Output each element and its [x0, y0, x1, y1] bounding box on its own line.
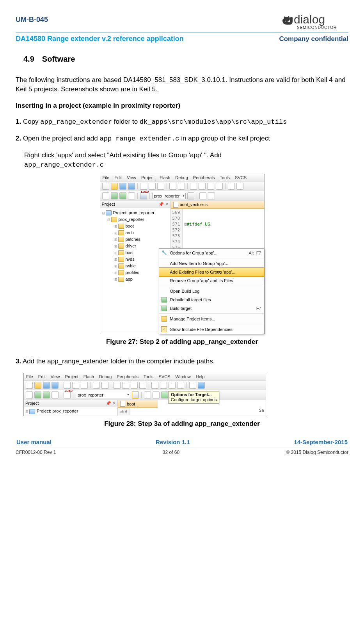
- tree-folder[interactable]: profiles: [126, 270, 139, 275]
- tree-folder[interactable]: rwble: [126, 263, 136, 268]
- ctx-item[interactable]: Add Existing Files to Group 'app'...↖: [159, 267, 264, 277]
- step2-sub-code: app_range_extender.c: [24, 161, 104, 169]
- bookmark-prev-icon[interactable]: [199, 183, 206, 190]
- menu-help[interactable]: Help: [196, 374, 205, 379]
- ctx-item[interactable]: Open Build Log: [159, 287, 264, 295]
- rebuild-icon[interactable]: [43, 391, 50, 398]
- paste-icon[interactable]: [157, 183, 164, 190]
- undo-icon[interactable]: [169, 183, 176, 190]
- books-icon[interactable]: [208, 192, 215, 199]
- menu-peripherals[interactable]: Peripherals: [193, 175, 215, 180]
- tree-folder[interactable]: boot: [126, 224, 134, 228]
- comment-icon[interactable]: [169, 382, 176, 389]
- pin-icon[interactable]: 📌 ✕: [158, 202, 169, 207]
- menu-tools[interactable]: Tools: [144, 374, 154, 379]
- cut-icon[interactable]: [140, 183, 147, 190]
- menu-flash[interactable]: Flash: [160, 175, 170, 180]
- tree-folder[interactable]: host: [126, 250, 134, 255]
- manage-icon[interactable]: [199, 192, 206, 199]
- tree-root[interactable]: Project: prox_reporter: [113, 210, 154, 215]
- paste-icon[interactable]: [81, 382, 88, 389]
- flag-icon[interactable]: [198, 382, 205, 389]
- ctx-item[interactable]: 🔧Options for Group 'app'...Alt+F7: [159, 249, 264, 257]
- menu-debug[interactable]: Debug: [175, 175, 188, 180]
- ctx-item[interactable]: ✓Show Include File Dependencies: [159, 325, 264, 334]
- indent-icon[interactable]: [228, 183, 235, 190]
- open-icon[interactable]: [34, 382, 41, 389]
- tree-folder[interactable]: arch: [126, 230, 134, 235]
- bookmark-clear-icon[interactable]: [216, 183, 223, 190]
- menu-view[interactable]: View: [127, 175, 136, 180]
- new-icon[interactable]: [26, 382, 33, 389]
- menu-edit[interactable]: Edit: [38, 374, 46, 379]
- ctx-item[interactable]: Build targetF7: [159, 304, 264, 313]
- build-icon[interactable]: [111, 192, 118, 199]
- tree-folder[interactable]: patches: [126, 237, 141, 242]
- pack-icon[interactable]: [161, 391, 168, 398]
- project-panel-title: Project 📌 ✕: [24, 400, 117, 407]
- options-icon[interactable]: [187, 192, 194, 199]
- translate-icon[interactable]: [102, 192, 109, 199]
- translate-icon[interactable]: [26, 391, 33, 398]
- copy-icon[interactable]: [72, 382, 79, 389]
- outdent-icon[interactable]: [160, 382, 167, 389]
- open-icon[interactable]: [111, 183, 118, 190]
- new-icon[interactable]: [102, 183, 109, 190]
- tree-folder[interactable]: nvds: [126, 257, 135, 262]
- find-icon[interactable]: [189, 382, 196, 389]
- save-all-icon[interactable]: [128, 183, 135, 190]
- ctx-item[interactable]: Manage Project Items...: [159, 315, 264, 323]
- bookmark-clear-icon[interactable]: [139, 382, 146, 389]
- redo-icon[interactable]: [101, 382, 108, 389]
- manage-icon[interactable]: [144, 391, 151, 398]
- tree-folder[interactable]: driver: [126, 244, 137, 248]
- menu-svcs[interactable]: SVCS: [235, 175, 247, 180]
- menu-debug[interactable]: Debug: [99, 374, 112, 379]
- menu-edit[interactable]: Edit: [114, 175, 122, 180]
- batch-build-icon[interactable]: [51, 391, 59, 398]
- tree-root[interactable]: Project: prox_reporter: [37, 409, 78, 413]
- menu-project[interactable]: Project: [141, 175, 154, 180]
- target-options-icon[interactable]: [132, 391, 139, 398]
- ctx-item[interactable]: Add New Item to Group 'app'...: [159, 259, 264, 268]
- books-icon[interactable]: [153, 391, 160, 398]
- menu-peripherals[interactable]: Peripherals: [117, 374, 138, 379]
- bookmark-prev-icon[interactable]: [122, 382, 129, 389]
- menu-window[interactable]: Window: [176, 374, 191, 379]
- download-icon[interactable]: LOAD: [140, 192, 147, 199]
- menu-file[interactable]: File: [26, 374, 33, 379]
- bookmark-icon[interactable]: [190, 183, 197, 190]
- outdent-icon[interactable]: [236, 183, 243, 190]
- save-icon[interactable]: [119, 183, 126, 190]
- file-tab[interactable]: boot_vectors.s: [171, 201, 264, 209]
- redo-icon[interactable]: [178, 183, 185, 190]
- ctx-item[interactable]: Remove Group 'app' and its Files: [159, 276, 264, 285]
- bookmark-next-icon[interactable]: [207, 183, 214, 190]
- bookmark-icon[interactable]: [114, 382, 121, 389]
- menu-flash[interactable]: Flash: [83, 374, 94, 379]
- build-icon[interactable]: [34, 391, 41, 398]
- menu-svcs[interactable]: SVCS: [159, 374, 170, 379]
- save-all-icon[interactable]: [51, 382, 59, 389]
- target-select[interactable]: prox_reporter: [76, 392, 130, 398]
- uncomment-icon[interactable]: [177, 382, 184, 389]
- menu-view[interactable]: View: [51, 374, 60, 379]
- rebuild-icon[interactable]: [119, 192, 126, 199]
- tree-folder-app[interactable]: app: [126, 277, 133, 281]
- copy-icon[interactable]: [149, 183, 156, 190]
- ctx-item[interactable]: Rebuild all target files: [159, 295, 264, 304]
- download-icon[interactable]: LOAD: [64, 391, 71, 398]
- menu-project[interactable]: Project: [65, 374, 78, 379]
- target-select[interactable]: prox_reporter: [152, 193, 186, 199]
- save-icon[interactable]: [43, 382, 50, 389]
- undo-icon[interactable]: [93, 382, 100, 389]
- file-tab[interactable]: boot_: [118, 400, 158, 408]
- batch-build-icon[interactable]: [128, 192, 135, 199]
- cut-icon[interactable]: [64, 382, 71, 389]
- bookmark-next-icon[interactable]: [131, 382, 138, 389]
- tree-group[interactable]: prox_reporter: [119, 217, 144, 222]
- indent-icon[interactable]: [151, 382, 158, 389]
- menu-tools[interactable]: Tools: [220, 175, 230, 180]
- menu-file[interactable]: File: [103, 175, 110, 180]
- pin-icon[interactable]: 📌 ✕: [106, 401, 116, 406]
